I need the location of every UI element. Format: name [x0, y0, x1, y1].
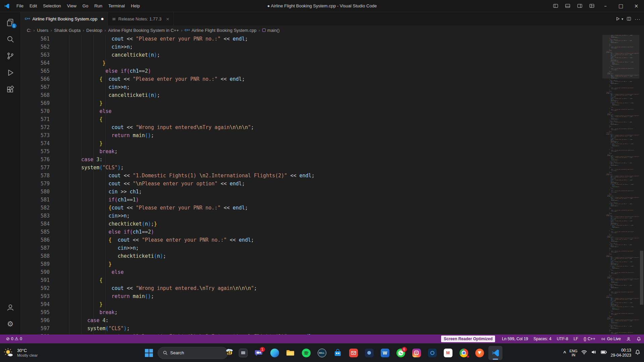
file-explorer-icon[interactable] — [283, 346, 298, 360]
clock[interactable]: 00:13 29-04-2023 — [611, 348, 631, 358]
code-line[interactable]: } — [57, 99, 602, 107]
code-line[interactable]: } — [57, 139, 602, 147]
settings-gear-icon[interactable]: ⚙ — [0, 316, 21, 333]
breadcrumb-item[interactable]: Airline Flight Booking System in C++ — [107, 28, 179, 33]
screen-reader-badge[interactable]: Screen Reader Optimized — [441, 336, 495, 342]
code-line[interactable]: else — [57, 107, 602, 115]
breadcrumb-item[interactable]: Shalok Gupta — [53, 28, 81, 33]
run-button[interactable] — [613, 14, 622, 23]
code-line[interactable]: cin>>n; — [57, 244, 602, 252]
start-button[interactable] — [142, 346, 156, 360]
code-line[interactable]: cout << "1.Domestic Fights(1) \n2.Intern… — [57, 333, 602, 335]
close-button[interactable]: × — [629, 0, 644, 12]
microsoft-store-icon[interactable] — [331, 346, 345, 360]
code-line[interactable]: {cout << "Please enter your PNR no.:" <<… — [57, 204, 602, 212]
scrollbar-thumb[interactable] — [640, 251, 643, 305]
minimap-viewport[interactable] — [602, 35, 639, 78]
gmail-icon[interactable]: M — [441, 346, 455, 360]
chat-icon[interactable]: 1 — [252, 346, 266, 360]
close-icon[interactable]: × — [166, 16, 169, 21]
source-control-icon[interactable] — [0, 48, 21, 64]
eol-setting[interactable]: LF — [571, 335, 581, 343]
orange-app-icon[interactable] — [473, 346, 487, 360]
code-line[interactable]: cout << "1.Domestic Fights(1) \n2.Intern… — [57, 172, 602, 180]
chrome-icon[interactable] — [457, 346, 471, 360]
minimize-button[interactable]: – — [598, 0, 613, 12]
notification-bell-icon[interactable] — [635, 349, 641, 357]
tab-release-notes[interactable]: ≡ Release Notes: 1.77.3 × — [108, 12, 174, 25]
indentation-setting[interactable]: Spaces: 4 — [531, 335, 554, 343]
code-line[interactable]: system("CLS"); — [57, 164, 602, 172]
code-line[interactable]: cin>>n; — [57, 212, 602, 220]
editor-scrollbar[interactable] — [639, 35, 644, 335]
maximize-button[interactable]: □ — [613, 0, 629, 12]
search-input[interactable]: Search — [158, 347, 228, 359]
menu-item-go[interactable]: Go — [79, 0, 91, 12]
breadcrumb-item[interactable]: C: — [26, 28, 32, 33]
code-line[interactable]: { — [57, 276, 602, 284]
more-actions-icon[interactable]: ··· — [635, 16, 641, 22]
customize-layout-icon[interactable] — [586, 0, 598, 12]
account-icon[interactable] — [0, 299, 21, 316]
code-line[interactable]: cin>>n; — [57, 83, 602, 91]
go-live-button[interactable]: Go Live — [598, 335, 624, 343]
language-mode[interactable]: {} C++ — [581, 335, 598, 343]
menu-item-edit[interactable]: Edit — [26, 0, 40, 12]
word-icon[interactable]: W — [378, 346, 392, 360]
breadcrumb-item[interactable]: C++Airline Flight Booking System.cpp — [184, 28, 257, 33]
vscode-taskbar-icon[interactable] — [488, 346, 502, 360]
code-line[interactable]: cout << "\nPlease enter your option" << … — [57, 180, 602, 188]
code-line[interactable]: break; — [57, 147, 602, 156]
code-line[interactable]: checkticket(n);} — [57, 220, 602, 228]
code-line[interactable]: cout << "Wrong input entered.\nTry again… — [57, 284, 602, 292]
feedback-icon[interactable] — [624, 337, 634, 341]
code-line[interactable]: return main(); — [57, 292, 602, 300]
dark-blue-app-icon[interactable] — [362, 346, 376, 360]
menu-item-run[interactable]: Run — [91, 0, 105, 12]
code-line[interactable]: else if(ch1==2) — [57, 228, 602, 236]
toggle-sidebar-icon[interactable] — [549, 0, 561, 12]
weather-widget[interactable]: 30°C Mostly clear — [3, 348, 38, 358]
problems-indicator[interactable]: ⊘ 0 ⚠ 0 — [3, 335, 25, 343]
volume-icon[interactable] — [591, 349, 597, 357]
breadcrumb-item[interactable]: Desktop — [86, 28, 103, 33]
tab-airline-flight-booking-cpp[interactable]: C++ Airline Flight Booking System.cpp ● — [21, 12, 108, 25]
code-line[interactable]: else if(ch1==2) — [57, 67, 602, 75]
menu-item-file[interactable]: File — [13, 0, 26, 12]
menu-item-help[interactable]: Help — [128, 0, 143, 12]
code-line[interactable]: system("CLS"); — [57, 324, 602, 333]
code-line[interactable]: checkticketi(n); — [57, 252, 602, 260]
search-icon[interactable] — [0, 31, 21, 48]
code-line[interactable]: return main(); — [57, 131, 602, 139]
encoding-setting[interactable]: UTF-8 — [554, 335, 571, 343]
cursor-position[interactable]: Ln 599, Col 19 — [499, 335, 531, 343]
code-line[interactable]: } — [57, 260, 602, 268]
dell-icon[interactable]: DELL — [315, 346, 329, 360]
breadcrumb-item[interactable]: Users — [36, 28, 49, 33]
code-line[interactable]: cin>>n; — [57, 43, 602, 51]
code-line[interactable]: else — [57, 268, 602, 276]
explorer-icon[interactable]: 1 — [0, 14, 21, 31]
spotify-icon[interactable] — [299, 346, 313, 360]
notifications-bell-icon[interactable] — [634, 337, 644, 342]
search-doodle-bee-icon[interactable] — [224, 347, 234, 359]
run-debug-icon[interactable] — [0, 64, 21, 81]
code-line[interactable]: } — [57, 59, 602, 67]
run-dropdown-icon[interactable]: ▾ — [622, 17, 623, 21]
editor-code[interactable]: cout << "Please enter your PNR no.:" << … — [57, 35, 602, 335]
code-line[interactable]: break; — [57, 308, 602, 316]
toggle-panel-icon[interactable] — [561, 0, 574, 12]
instagram-icon[interactable] — [410, 346, 424, 360]
minimap[interactable]: cout << "Please enter your PNR no.:" << … — [602, 35, 639, 335]
split-editor-icon[interactable] — [625, 14, 633, 23]
hidden-icons-chevron[interactable]: ^ — [564, 350, 566, 356]
code-line[interactable]: { cout << "Please enter your PNR no.:" <… — [57, 75, 602, 83]
dark-app-icon[interactable] — [236, 346, 250, 360]
menu-item-selection[interactable]: Selection — [40, 0, 64, 12]
menu-item-terminal[interactable]: Terminal — [105, 0, 128, 12]
language-indicator[interactable]: ENG IN — [570, 349, 578, 357]
extensions-icon[interactable] — [0, 81, 21, 98]
wifi-icon[interactable] — [581, 349, 587, 357]
code-line[interactable]: { cout << "Please enter your PNR no.:" <… — [57, 236, 602, 244]
code-line[interactable]: if(ch1==1) — [57, 196, 602, 204]
